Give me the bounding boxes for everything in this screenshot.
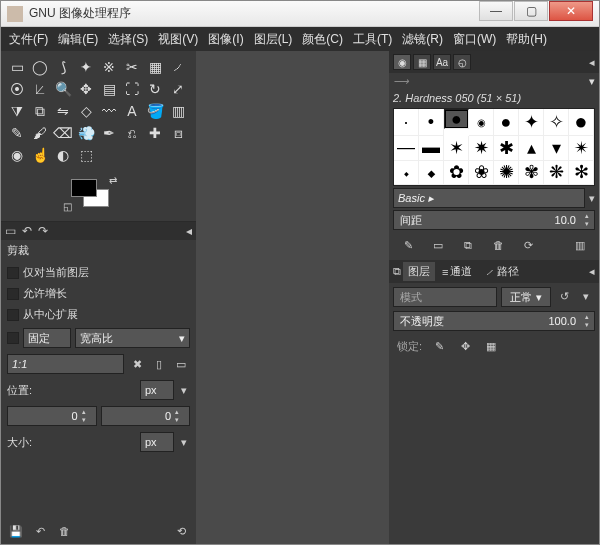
edit-brush-icon[interactable]: ✎ — [399, 236, 417, 254]
spacing-slider[interactable]: 间距 10.0 ▴▾ — [393, 210, 595, 230]
tab-paths[interactable]: ⟋路径 — [479, 262, 524, 281]
brush-item[interactable]: ✧ — [544, 109, 569, 136]
tool-blur[interactable]: ◉ — [7, 145, 27, 165]
tool-by-color[interactable]: ※ — [99, 57, 119, 77]
dock-menu-icon[interactable]: ◂ — [589, 265, 595, 278]
brush-item[interactable]: ✾ — [519, 161, 544, 186]
landscape-icon[interactable]: ▭ — [172, 355, 190, 373]
opt-allow-growing[interactable]: 允许增长 — [7, 286, 190, 301]
tool-fg-select[interactable]: ▦ — [145, 57, 165, 77]
tool-eraser[interactable]: ⌫ — [53, 123, 73, 143]
menu-help[interactable]: 帮助(H) — [502, 28, 551, 51]
tool-rotate[interactable]: ↻ — [145, 79, 165, 99]
lock-alpha-icon[interactable]: ▦ — [482, 337, 500, 355]
tool-pencil[interactable]: ✎ — [7, 123, 27, 143]
chevron-down-icon[interactable]: ▾ — [577, 287, 595, 305]
swap-colors-icon[interactable]: ⇄ — [109, 175, 117, 186]
checkbox-icon[interactable] — [7, 332, 19, 344]
ratio-input[interactable]: 1:1 — [7, 354, 124, 374]
chevron-down-icon[interactable]: ▾ — [178, 384, 190, 397]
tool-heal[interactable]: ✚ — [145, 123, 165, 143]
tab-channels[interactable]: ≡通道 — [437, 262, 477, 281]
tool-align[interactable]: ▤ — [99, 79, 119, 99]
refresh-brush-icon[interactable]: ⟳ — [519, 236, 537, 254]
up-icon[interactable]: ▴ — [82, 408, 96, 416]
tool-measure[interactable]: ⟀ — [30, 79, 50, 99]
delete-icon[interactable]: 🗑 — [55, 522, 73, 540]
tool-cage[interactable]: ◇ — [76, 101, 96, 121]
tool-fuzzy-select[interactable]: ✦ — [76, 57, 96, 77]
tab-history-icon[interactable]: ◵ — [453, 54, 471, 70]
pos-x-input[interactable]: 0 ▴▾ — [7, 406, 97, 426]
menu-image[interactable]: 图像(I) — [204, 28, 247, 51]
brush-item[interactable]: ✷ — [469, 136, 494, 161]
dock-menu-icon[interactable]: ◂ — [186, 224, 192, 238]
brush-item[interactable]: ● — [569, 109, 594, 136]
menu-edit[interactable]: 编辑(E) — [54, 28, 102, 51]
chevron-down-icon[interactable]: ▾ — [589, 75, 595, 88]
tab-fonts-icon[interactable]: Aa — [433, 54, 451, 70]
brush-item[interactable]: ✿ — [444, 161, 469, 186]
pos-y-input[interactable]: 0 ▴▾ — [101, 406, 191, 426]
tool-flip[interactable]: ⇋ — [53, 101, 73, 121]
brush-item[interactable]: ✻ — [569, 161, 594, 186]
down-icon[interactable]: ▾ — [82, 416, 96, 424]
opacity-slider[interactable]: 不透明度 100.0 ▴▾ — [393, 311, 595, 331]
brush-item[interactable]: ✴ — [569, 136, 594, 161]
brush-item[interactable]: ⬩ — [394, 161, 419, 186]
save-preset-icon[interactable]: 💾 — [7, 522, 25, 540]
up-icon[interactable]: ▴ — [175, 408, 189, 416]
tab-patterns-icon[interactable]: ▦ — [413, 54, 431, 70]
tool-clone[interactable]: ⎌ — [122, 123, 142, 143]
tool-shear[interactable]: ⧩ — [7, 101, 27, 121]
tab-layers[interactable]: 图层 — [403, 262, 435, 281]
brush-item[interactable]: ⬥ — [419, 161, 444, 186]
brush-tag-select[interactable]: Basic ▸ — [393, 188, 585, 208]
tool-lasso[interactable]: ⟆ — [53, 57, 73, 77]
down-icon[interactable]: ▾ — [580, 321, 594, 329]
menu-window[interactable]: 窗口(W) — [449, 28, 500, 51]
tool-paths[interactable]: ⟋ — [168, 57, 188, 77]
blend-mode-value[interactable]: 正常▾ — [501, 287, 551, 307]
portrait-icon[interactable]: ▯ — [150, 355, 168, 373]
brush-item[interactable]: ◉ — [469, 109, 494, 136]
tool-perspective[interactable]: ⧉ — [30, 101, 50, 121]
reset-mode-icon[interactable]: ↺ — [555, 287, 573, 305]
tab-redo-icon[interactable]: ↷ — [38, 224, 48, 238]
opt-from-center[interactable]: 从中心扩展 — [7, 307, 190, 322]
tool-color-picker[interactable]: ⦿ — [7, 79, 27, 99]
tool-unified[interactable]: ⬚ — [76, 145, 96, 165]
dock-menu-icon[interactable]: ◂ — [589, 56, 595, 69]
tool-rect-select[interactable]: ▭ — [7, 57, 27, 77]
opt-only-current-layer[interactable]: 仅对当前图层 — [7, 265, 190, 280]
reset-icon[interactable]: ⟲ — [172, 522, 190, 540]
tab-undo-icon[interactable]: ↶ — [22, 224, 32, 238]
tool-ink[interactable]: ✒ — [99, 123, 119, 143]
maximize-button[interactable]: ▢ — [514, 1, 548, 21]
duplicate-brush-icon[interactable]: ⧉ — [459, 236, 477, 254]
aspect-select[interactable]: 宽高比 ▾ — [75, 328, 190, 348]
tool-bucket[interactable]: 🪣 — [145, 101, 165, 121]
chevron-down-icon[interactable]: ▾ — [178, 436, 190, 449]
tool-dodge[interactable]: ◐ — [53, 145, 73, 165]
brush-item[interactable]: ● — [494, 109, 519, 136]
down-icon[interactable]: ▾ — [175, 416, 189, 424]
menu-filters[interactable]: 滤镜(R) — [398, 28, 447, 51]
up-icon[interactable]: ▴ — [580, 212, 594, 220]
restore-icon[interactable]: ↶ — [31, 522, 49, 540]
blend-mode-select[interactable]: 模式 — [393, 287, 497, 307]
close-button[interactable]: ✕ — [549, 1, 593, 21]
brush-item[interactable]: ▾ — [544, 136, 569, 161]
chevron-down-icon[interactable]: ▾ — [589, 192, 595, 205]
brush-item[interactable]: ✦ — [519, 109, 544, 136]
dock-menu-icon[interactable]: ⧉ — [393, 265, 401, 278]
tab-tool-options-icon[interactable]: ▭ — [5, 224, 16, 238]
tool-warp[interactable]: 〰 — [99, 101, 119, 121]
tool-ellipse-select[interactable]: ◯ — [30, 57, 50, 77]
tool-airbrush[interactable]: 💨 — [76, 123, 96, 143]
brush-item[interactable]: ▴ — [519, 136, 544, 161]
menu-view[interactable]: 视图(V) — [154, 28, 202, 51]
open-as-image-icon[interactable]: ▥ — [571, 236, 589, 254]
minimize-button[interactable]: — — [479, 1, 513, 21]
tool-crop[interactable]: ⛶ — [122, 79, 142, 99]
